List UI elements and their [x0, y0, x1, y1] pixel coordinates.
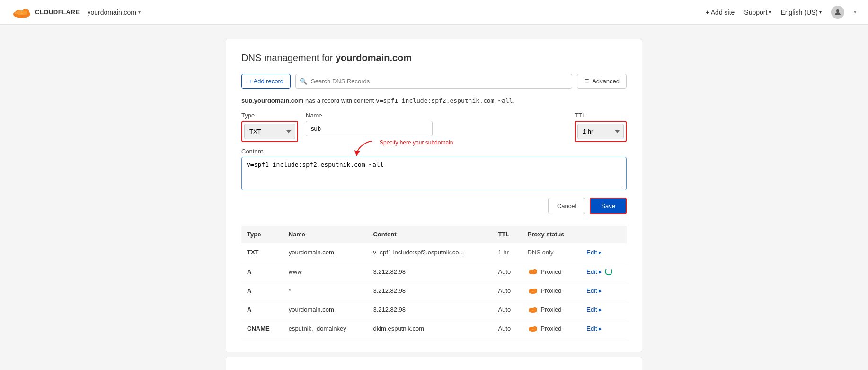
- search-input[interactable]: [295, 74, 572, 89]
- name-label: Name: [306, 112, 433, 119]
- cell-edit: Edit ▸: [581, 319, 627, 338]
- page-title: DNS management for yourdomain.com: [241, 53, 627, 63]
- cell-content: 3.212.82.98: [367, 262, 492, 281]
- edit-link[interactable]: Edit ▸: [586, 306, 602, 313]
- name-input[interactable]: [306, 121, 433, 136]
- cell-proxy-status: DNS only: [522, 243, 581, 262]
- cell-proxy-status: Proxied: [522, 281, 581, 300]
- ttl-field-group: TTL 1 hr Auto 2 min 5 min 10 min 15 min …: [575, 112, 627, 142]
- user-chevron[interactable]: ▾: [854, 9, 857, 15]
- cell-name: yourdomain.com: [283, 243, 368, 262]
- domain-chevron-icon: ▾: [138, 9, 141, 15]
- cell-name: *: [283, 281, 368, 300]
- table-row: Ayourdomain.com3.212.82.98Auto Proxied E…: [241, 300, 627, 319]
- main-content: DNS management for yourdomain.com + Add …: [216, 25, 652, 370]
- cell-edit: Edit ▸: [581, 281, 627, 300]
- edit-link[interactable]: Edit ▸: [586, 249, 602, 256]
- cloudflare-logo[interactable]: CLOUDFLARE: [11, 6, 80, 19]
- cloudflare-logo-svg: [11, 6, 32, 19]
- cell-type: A: [241, 300, 283, 319]
- save-button[interactable]: Save: [590, 198, 627, 214]
- cell-content: 3.212.82.98: [367, 281, 492, 300]
- language-chevron-icon: ▾: [819, 9, 822, 15]
- advanced-button[interactable]: ☰ Advanced: [577, 74, 627, 89]
- col-actions: [581, 226, 627, 243]
- svg-point-14: [529, 289, 533, 292]
- edit-link[interactable]: Edit ▸: [586, 287, 602, 294]
- cell-content: v=spf1 include:spf2.esputnik.co...: [367, 243, 492, 262]
- type-select[interactable]: TXT A AAAA CNAME MX: [244, 124, 295, 139]
- col-proxy-status: Proxy status: [522, 226, 581, 243]
- proxy-status-proxied: Proxied: [528, 306, 576, 313]
- svg-rect-11: [529, 272, 537, 274]
- svg-point-19: [529, 308, 533, 311]
- user-icon: [834, 9, 841, 16]
- language-selector[interactable]: English (US) ▾: [780, 9, 822, 16]
- cell-ttl: Auto: [492, 300, 522, 319]
- type-field-group: Type TXT A AAAA CNAME MX: [241, 112, 298, 142]
- cell-type: TXT: [241, 243, 283, 262]
- user-avatar[interactable]: [831, 6, 844, 19]
- table-body: TXTyourdomain.comv=spf1 include:spf2.esp…: [241, 243, 627, 338]
- table-row: CNAMEesputnik._domainkeydkim.esputnik.co…: [241, 319, 627, 338]
- table-row: TXTyourdomain.comv=spf1 include:spf2.esp…: [241, 243, 627, 262]
- svg-point-20: [532, 307, 537, 311]
- add-record-button[interactable]: + Add record: [241, 74, 291, 89]
- edit-link[interactable]: Edit ▸: [586, 268, 602, 275]
- col-content: Content: [367, 226, 492, 243]
- cell-type: A: [241, 281, 283, 300]
- table-header-row: Type Name Content TTL Proxy status: [241, 226, 627, 243]
- dns-toolbar: + Add record 🔍 ☰ Advanced: [241, 74, 627, 89]
- type-label: Type: [241, 112, 298, 119]
- dns-management-card: DNS management for yourdomain.com + Add …: [226, 39, 642, 352]
- cell-name: esputnik._domainkey: [283, 319, 368, 338]
- col-ttl: TTL: [492, 226, 522, 243]
- info-message: sub.yourdomain.com has a record with con…: [241, 97, 627, 104]
- sliders-icon: ☰: [584, 78, 589, 85]
- table-row: A*3.212.82.98Auto Proxied Edit ▸: [241, 281, 627, 300]
- ttl-label: TTL: [575, 112, 627, 119]
- cell-type: CNAME: [241, 319, 283, 338]
- type-highlight: TXT A AAAA CNAME MX: [241, 121, 298, 142]
- proxy-status-proxied: Proxied: [528, 325, 576, 332]
- support-link[interactable]: Support ▾: [744, 9, 771, 16]
- col-type: Type: [241, 226, 283, 243]
- ttl-select[interactable]: 1 hr Auto 2 min 5 min 10 min 15 min 30 m…: [577, 124, 624, 139]
- table-row: Awww3.212.82.98Auto Proxied Edit ▸: [241, 262, 627, 281]
- cloud-proxy-icon: [528, 288, 538, 294]
- table-header: Type Name Content TTL Proxy status: [241, 226, 627, 243]
- search-box: 🔍: [295, 74, 572, 89]
- add-site-button[interactable]: + Add site: [705, 9, 735, 16]
- domain-selector[interactable]: yourdomain.com ▾: [88, 9, 141, 16]
- cloud-proxy-icon: [528, 325, 538, 332]
- svg-point-15: [532, 289, 537, 292]
- svg-point-10: [532, 269, 537, 272]
- proxy-status-proxied: Proxied: [528, 287, 576, 294]
- proxy-status-proxied: Proxied: [528, 268, 576, 275]
- dns-record-form: Type TXT A AAAA CNAME MX Name: [241, 112, 627, 190]
- bottom-card: [226, 357, 642, 370]
- svg-rect-16: [529, 292, 537, 293]
- cell-proxy-status: Proxied: [522, 319, 581, 338]
- cell-ttl: Auto: [492, 281, 522, 300]
- svg-point-5: [16, 10, 27, 15]
- cell-edit: Edit ▸: [581, 300, 627, 319]
- cloudflare-wordmark: CLOUDFLARE: [35, 9, 80, 16]
- cell-edit: Edit ▸: [581, 243, 627, 262]
- cell-proxy-status: Proxied: [522, 262, 581, 281]
- cell-edit: Edit ▸: [581, 262, 627, 281]
- cell-ttl: 1 hr: [492, 243, 522, 262]
- cancel-button[interactable]: Cancel: [548, 198, 585, 214]
- ttl-highlight: 1 hr Auto 2 min 5 min 10 min 15 min 30 m…: [575, 121, 627, 142]
- loading-spinner: [605, 268, 612, 275]
- content-textarea[interactable]: v=spf1 include:spf2.esputnik.com ~all: [241, 157, 627, 190]
- content-field-group: Content v=spf1 include:spf2.esputnik.com…: [241, 148, 627, 190]
- cell-ttl: Auto: [492, 319, 522, 338]
- support-chevron-icon: ▾: [769, 9, 771, 15]
- svg-rect-21: [529, 311, 537, 312]
- name-field-group: Name Specify here your subdomai: [306, 112, 433, 136]
- edit-link[interactable]: Edit ▸: [586, 325, 602, 332]
- cell-content: dkim.esputnik.com: [367, 319, 492, 338]
- topnav-right: + Add site Support ▾ English (US) ▾ ▾: [705, 6, 857, 19]
- cell-type: A: [241, 262, 283, 281]
